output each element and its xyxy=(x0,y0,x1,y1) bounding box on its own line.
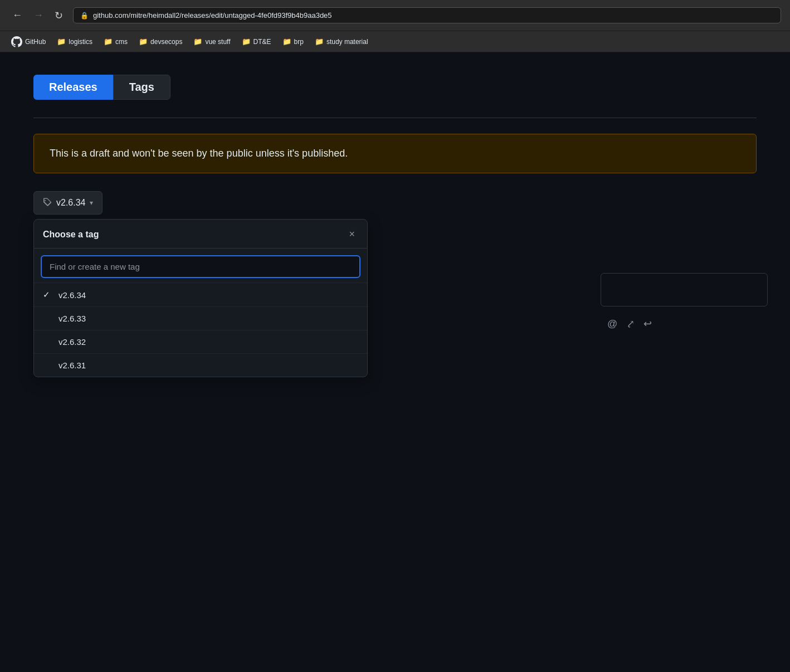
github-logo-icon xyxy=(11,36,22,47)
folder-icon-devsecops: 📁 xyxy=(139,37,148,46)
folder-icon-dte: 📁 xyxy=(242,37,251,46)
reply-icon[interactable]: ↩ xyxy=(643,318,652,330)
folder-icon-vue: 📁 xyxy=(193,37,202,46)
dropdown-item-label-v2631: v2.6.31 xyxy=(58,361,86,370)
bookmark-dte[interactable]: 📁 DT&E xyxy=(237,35,276,48)
bookmark-devsecops-label: devsecops xyxy=(150,38,182,46)
folder-icon-cms: 📁 xyxy=(104,37,113,46)
bookmark-logistics-label: logistics xyxy=(69,38,92,46)
main-content: Releases Tags This is a draft and won't … xyxy=(0,52,790,400)
divider xyxy=(33,118,757,118)
lock-icon: 🔒 xyxy=(80,12,89,20)
dropdown-close-button[interactable]: × xyxy=(345,227,358,241)
tag-search-input[interactable] xyxy=(41,255,360,278)
folder-icon-logistics: 📁 xyxy=(57,37,66,46)
dropdown-item-v2633[interactable]: v2.6.33 xyxy=(34,306,367,330)
tag-selector-button[interactable]: v2.6.34 ▾ xyxy=(33,191,103,215)
check-icon-v2634: ✓ xyxy=(43,290,53,300)
dropdown-title: Choose a tag xyxy=(43,230,99,240)
dropdown-item-v2634[interactable]: ✓ v2.6.34 xyxy=(34,283,367,306)
bookmark-github[interactable]: GitHub xyxy=(7,34,50,50)
bookmark-study-label: study material xyxy=(326,38,368,46)
dropdown-item-label-v2633: v2.6.33 xyxy=(58,314,86,323)
mention-icon[interactable]: @ xyxy=(607,318,617,330)
folder-icon-study: 📁 xyxy=(315,37,324,46)
folder-icon-brp: 📁 xyxy=(282,37,291,46)
tab-tags[interactable]: Tags xyxy=(113,75,170,100)
bookmark-cms[interactable]: 📁 cms xyxy=(99,35,132,48)
bookmark-vue-label: vue stuff xyxy=(205,38,230,46)
draft-notice: This is a draft and won't be seen by the… xyxy=(33,134,757,173)
forward-button[interactable]: → xyxy=(30,7,47,23)
bookmark-dte-label: DT&E xyxy=(253,38,271,46)
tab-releases[interactable]: Releases xyxy=(33,75,113,100)
editor-toolbar: @ ⤤ ↩ xyxy=(601,313,768,334)
dropdown-item-label-v2632: v2.6.32 xyxy=(58,337,86,347)
crossref-icon[interactable]: ⤤ xyxy=(626,318,635,330)
bookmarks-bar: GitHub 📁 logistics 📁 cms 📁 devsecops 📁 v… xyxy=(0,31,790,52)
bookmark-study-material[interactable]: 📁 study material xyxy=(310,35,373,48)
tag-icon xyxy=(43,197,52,208)
browser-chrome: ← → ↻ 🔒 github.com/mitre/heimdall2/relea… xyxy=(0,0,790,31)
search-input-wrapper xyxy=(34,249,367,283)
dropdown-list: ✓ v2.6.34 v2.6.33 v2.6.32 v2.6.31 xyxy=(34,283,367,377)
dropdown-item-v2632[interactable]: v2.6.32 xyxy=(34,330,367,353)
bookmark-logistics[interactable]: 📁 logistics xyxy=(52,35,97,48)
tabs-container: Releases Tags xyxy=(33,75,757,100)
url-text: github.com/mitre/heimdall2/releases/edit… xyxy=(93,11,332,20)
bookmark-vue-stuff[interactable]: 📁 vue stuff xyxy=(189,35,235,48)
reload-button[interactable]: ↻ xyxy=(51,7,66,24)
bookmark-cms-label: cms xyxy=(115,38,128,46)
bookmark-devsecops[interactable]: 📁 devsecops xyxy=(134,35,187,48)
bookmark-brp-label: brp xyxy=(294,38,304,46)
draft-notice-text: This is a draft and won't be seen by the… xyxy=(50,148,348,159)
dropdown-item-v2631[interactable]: v2.6.31 xyxy=(34,353,367,377)
bookmark-brp[interactable]: 📁 brp xyxy=(278,35,308,48)
dropdown-item-label-v2634: v2.6.34 xyxy=(58,290,86,300)
back-button[interactable]: ← xyxy=(9,7,26,23)
github-bookmark-label: GitHub xyxy=(25,38,46,46)
nav-buttons: ← → ↻ xyxy=(9,7,66,24)
tag-dropdown: Choose a tag × ✓ v2.6.34 v2.6.33 v2.6.32… xyxy=(33,219,368,377)
tag-button-label: v2.6.34 xyxy=(56,198,85,208)
right-panel: @ ⤤ ↩ xyxy=(601,273,768,334)
dropdown-header: Choose a tag × xyxy=(34,220,367,249)
chevron-down-icon: ▾ xyxy=(90,199,93,207)
address-bar[interactable]: 🔒 github.com/mitre/heimdall2/releases/ed… xyxy=(73,7,781,23)
editor-textarea[interactable] xyxy=(601,273,768,306)
